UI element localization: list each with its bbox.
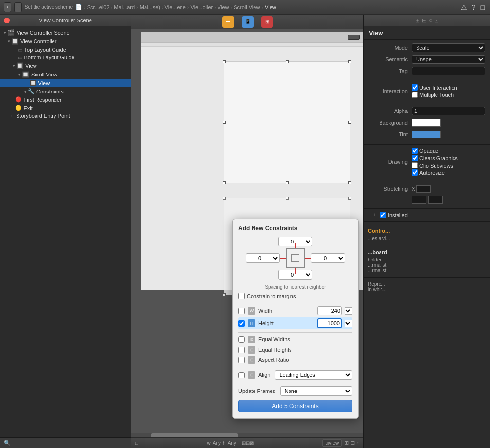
inspector-icon[interactable]: □ (479, 3, 486, 11)
breadcrumb-item-9[interactable]: View (265, 4, 276, 10)
popup-title: Add New Constraints (238, 225, 352, 232)
width-value-input[interactable] (317, 306, 342, 315)
control-note-title: Contro... (368, 228, 486, 234)
uiview-button[interactable]: uiview (322, 439, 342, 447)
handle-tm[interactable] (286, 60, 289, 63)
rp-icon-2[interactable]: ⊟ (422, 17, 427, 24)
breadcrumb-item-8[interactable]: Scroll View (234, 4, 260, 10)
semantic-row: Semantic Unspe (369, 55, 485, 64)
handle-br[interactable] (348, 181, 351, 184)
lower-handle-bl[interactable] (223, 293, 226, 296)
tree-item-viewcontroller[interactable]: ▾ 🔲 View Controller (0, 37, 131, 46)
tree-item-view[interactable]: ▾ 🔲 View (0, 61, 131, 70)
breadcrumb-item-7[interactable]: View (218, 4, 229, 10)
handle-tr[interactable] (348, 60, 351, 63)
height-value-input[interactable] (317, 318, 342, 328)
left-input[interactable]: 0 (246, 253, 280, 263)
warning-icon[interactable]: ⚠ (459, 3, 469, 11)
align-checkbox[interactable] (238, 372, 245, 378)
tint-color-well[interactable] (412, 131, 441, 138)
rp-icon-3[interactable]: ○ (429, 17, 432, 24)
height-checkbox[interactable] (238, 320, 245, 327)
lower-handle-tl[interactable] (223, 197, 226, 200)
tree-item-scene[interactable]: ▾ 🎬 View Controller Scene (0, 28, 131, 37)
tree-item-toplayout[interactable]: ▭ Top Layout Guide (0, 46, 131, 54)
opaque-checkbox[interactable] (412, 148, 418, 154)
tree-item-firstresponder[interactable]: 🔴 First Responder (0, 95, 131, 104)
breadcrumb-item-1[interactable]: 📄 (75, 4, 82, 10)
bottom-bar-left: □ (135, 440, 138, 446)
multi-touch-checkbox[interactable] (412, 92, 418, 98)
constraint-middle-row: 0 0 (246, 248, 345, 268)
clip-checkbox[interactable] (412, 162, 418, 168)
tag-input[interactable] (412, 67, 485, 75)
tree-item-constraints[interactable]: ▾ 🔧 Constraints (0, 87, 131, 95)
width-checkbox[interactable] (238, 308, 245, 314)
equal-widths-checkbox[interactable] (238, 336, 245, 343)
height-unit-select[interactable]: ▾ (345, 320, 352, 327)
back-button[interactable]: ‹ (4, 2, 11, 12)
stretch-x-input[interactable] (416, 185, 431, 193)
update-frames-select[interactable]: None (280, 386, 352, 396)
breadcrumb-item-3[interactable]: Mai...ard (114, 4, 135, 10)
tree-label: Scroll View (31, 72, 57, 77)
close-button[interactable] (4, 18, 10, 23)
breadcrumb-item-6[interactable]: Vie...oller (191, 4, 213, 10)
install-checkbox[interactable] (380, 212, 386, 218)
bottom-layout-icon: ▭ (18, 55, 22, 60)
align-icon: ⊟ (248, 371, 255, 379)
constrain-margins-checkbox[interactable] (238, 293, 245, 299)
forward-button[interactable]: › (14, 2, 21, 12)
board-note-text: holder...rmal st...rmal st (368, 257, 486, 273)
width-row: W Width ▾ (238, 306, 352, 315)
rp-icon-4[interactable]: ⊡ (434, 17, 439, 24)
rp-icon-1[interactable]: ⊞ (415, 17, 420, 24)
handle-bl[interactable] (223, 181, 226, 184)
handle-mr[interactable] (348, 121, 351, 124)
handle-ml[interactable] (223, 121, 226, 124)
right-input[interactable]: 0 (311, 253, 345, 263)
lower-handle-tm[interactable] (286, 197, 289, 200)
handle-bm[interactable] (286, 181, 289, 184)
background-color-well[interactable] (412, 119, 441, 127)
scrollview-icon: 🔲 (22, 71, 29, 78)
tree-item-storyboard-entry[interactable]: → Storyboard Entry Point (0, 112, 131, 120)
equal-heights-checkbox[interactable] (238, 347, 245, 353)
tree-arrow (13, 97, 14, 102)
tree-item-inner-view[interactable]: 🔲 View (0, 79, 131, 87)
tree-item-scrollview[interactable]: ▾ 🔲 Scroll View (0, 70, 131, 79)
user-interaction-checkbox[interactable] (412, 84, 418, 91)
breadcrumb-item-4[interactable]: Mai...se) (140, 4, 160, 10)
tree-arrow (16, 47, 17, 52)
align-select[interactable]: Leading Edges (275, 370, 352, 380)
mode-select[interactable]: Scale (412, 43, 485, 52)
viewport-square: □ (135, 440, 138, 446)
center-canvas: ☰ 📱 ⊞ (131, 15, 363, 448)
device-icon[interactable]: 📱 (242, 16, 254, 28)
tree-arrow: ▾ (4, 30, 6, 35)
orientation-icon[interactable]: ⊞ (261, 16, 273, 28)
aspect-ratio-checkbox[interactable] (238, 357, 245, 363)
add-constraints-button[interactable]: Add 5 Constraints (238, 400, 352, 412)
help-icon[interactable]: ? (471, 3, 477, 11)
handle-tl[interactable] (223, 60, 226, 63)
scrollbar-thumb[interactable] (151, 433, 238, 437)
width-unit-select[interactable]: ▾ (345, 307, 352, 315)
stretch-input-2[interactable] (428, 196, 443, 204)
scrollbar-h[interactable] (131, 433, 363, 437)
tree-item-bottomlayout[interactable]: ▭ Bottom Layout Guide (0, 54, 131, 61)
breadcrumb-item-2[interactable]: Scr...ei02 (87, 4, 109, 10)
semantic-select[interactable]: Unspe (412, 55, 485, 64)
clears-label: Clears Graphics (412, 155, 458, 161)
alpha-input[interactable] (412, 107, 485, 115)
breadcrumb-item-5[interactable]: Vie...ene (165, 4, 186, 10)
inner-view-canvas[interactable] (224, 61, 350, 183)
autoresize-checkbox[interactable] (412, 169, 418, 176)
constraints-popup: Add New Constraints 0 0 (232, 219, 359, 419)
tree-item-exit[interactable]: 🟡 Exit (0, 104, 131, 112)
clears-checkbox[interactable] (412, 155, 418, 161)
inner-box (291, 254, 299, 262)
stretch-input-1[interactable] (412, 196, 426, 204)
lower-handle-tr[interactable] (348, 197, 351, 200)
view-options-icon[interactable]: ☰ (222, 16, 234, 28)
